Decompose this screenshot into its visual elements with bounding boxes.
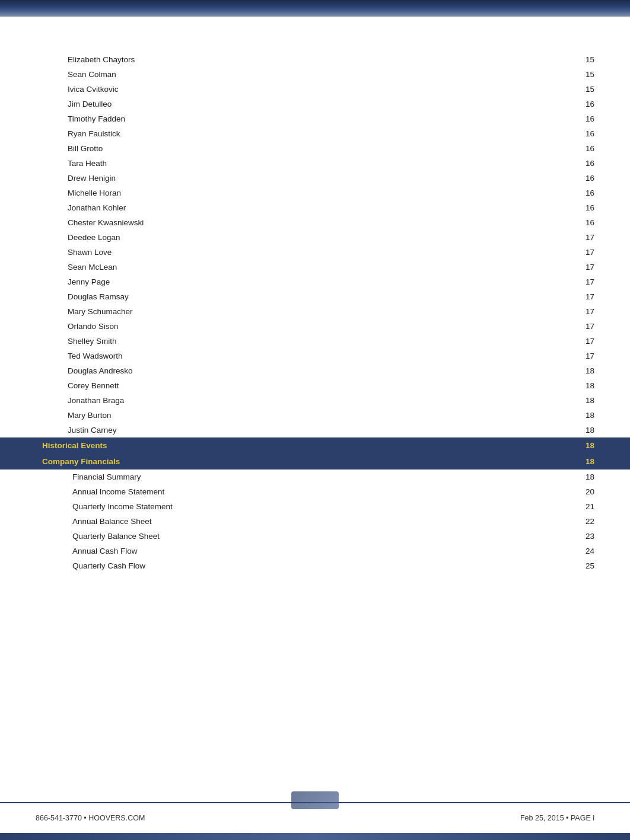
- toc-item[interactable]: Corey Bennett 18: [0, 378, 630, 393]
- toc-item[interactable]: Ryan Faulstick 16: [0, 126, 630, 141]
- toc-item-page: 17: [577, 337, 594, 346]
- historical-events-section[interactable]: Historical Events 18: [0, 437, 630, 453]
- toc-sub-item-page: 23: [577, 532, 594, 541]
- toc-item[interactable]: Sean McLean 17: [0, 260, 630, 274]
- toc-item-page: 17: [577, 322, 594, 331]
- toc-item[interactable]: Tara Heath 16: [0, 156, 630, 171]
- toc-item-page: 15: [577, 55, 594, 64]
- toc-sub-item-name: Quarterly Cash Flow: [72, 561, 577, 570]
- toc-item-page: 16: [577, 129, 594, 138]
- footer-date-page: Feb 25, 2015 • PAGE i: [520, 814, 594, 822]
- toc-item[interactable]: Mary Schumacher 17: [0, 304, 630, 319]
- toc-item[interactable]: Michelle Horan 16: [0, 186, 630, 200]
- toc-item-page: 18: [577, 411, 594, 420]
- toc-item[interactable]: Sean Colman 15: [0, 67, 630, 82]
- toc-item-name: Bill Grotto: [68, 144, 577, 153]
- toc-item-name: Sean Colman: [68, 70, 577, 79]
- toc-item[interactable]: Timothy Fadden 16: [0, 111, 630, 126]
- top-bar: [0, 0, 630, 17]
- sub-toc-list: Financial Summary 18 Annual Income State…: [0, 469, 630, 573]
- toc-item-name: Chester Kwasniewski: [68, 218, 577, 227]
- toc-item-name: Michelle Horan: [68, 189, 577, 197]
- toc-item-name: Douglas Andresko: [68, 366, 577, 375]
- toc-item[interactable]: Jonathan Kohler 16: [0, 200, 630, 215]
- toc-item-page: 16: [577, 203, 594, 212]
- toc-item-page: 17: [577, 263, 594, 272]
- footer: 866-541-3770 • HOOVERS.COM Feb 25, 2015 …: [0, 802, 630, 833]
- toc-item-name: Deedee Logan: [68, 233, 577, 242]
- toc-list: Elizabeth Chaytors 15 Sean Colman 15 Ivi…: [0, 52, 630, 437]
- toc-item-page: 15: [577, 85, 594, 94]
- toc-item-name: Justin Carney: [68, 426, 577, 435]
- toc-sub-item-page: 22: [577, 517, 594, 526]
- toc-item-page: 17: [577, 277, 594, 286]
- hoovers-logo: [291, 791, 339, 809]
- toc-sub-item-name: Annual Balance Sheet: [72, 517, 577, 526]
- toc-sub-item-name: Financial Summary: [72, 472, 577, 481]
- toc-item[interactable]: Deedee Logan 17: [0, 230, 630, 245]
- toc-item-name: Jenny Page: [68, 277, 577, 286]
- section-header-name: Historical Events: [42, 441, 577, 450]
- toc-sub-item[interactable]: Quarterly Cash Flow 25: [0, 558, 630, 573]
- toc-item[interactable]: Jim Detulleo 16: [0, 97, 630, 111]
- toc-item-page: 16: [577, 159, 594, 168]
- toc-sub-item[interactable]: Quarterly Balance Sheet 23: [0, 529, 630, 544]
- toc-item[interactable]: Drew Henigin 16: [0, 171, 630, 186]
- toc-item-page: 17: [577, 307, 594, 316]
- toc-item-name: Mary Schumacher: [68, 307, 577, 316]
- toc-sub-item[interactable]: Annual Income Statement 20: [0, 484, 630, 499]
- section-header-page: 18: [577, 441, 594, 450]
- toc-item[interactable]: Justin Carney 18: [0, 423, 630, 437]
- toc-item[interactable]: Douglas Ramsay 17: [0, 289, 630, 304]
- toc-item-name: Elizabeth Chaytors: [68, 55, 577, 64]
- toc-item[interactable]: Mary Burton 18: [0, 408, 630, 423]
- toc-sub-item[interactable]: Financial Summary 18: [0, 469, 630, 484]
- toc-item[interactable]: Elizabeth Chaytors 15: [0, 52, 630, 67]
- toc-item-name: Jonathan Kohler: [68, 203, 577, 212]
- toc-item-name: Drew Henigin: [68, 174, 577, 183]
- toc-item-page: 16: [577, 174, 594, 183]
- toc-sub-item-page: 21: [577, 502, 594, 511]
- toc-item-name: Shawn Love: [68, 248, 577, 257]
- toc-item[interactable]: Shelley Smith 17: [0, 334, 630, 349]
- toc-sub-item-page: 18: [577, 472, 594, 481]
- toc-item-page: 15: [577, 70, 594, 79]
- company-financials-section[interactable]: Company Financials 18: [0, 453, 630, 469]
- toc-sub-item-name: Quarterly Income Statement: [72, 502, 577, 511]
- toc-item-page: 18: [577, 426, 594, 435]
- toc-item-page: 16: [577, 100, 594, 108]
- toc-item[interactable]: Jonathan Braga 18: [0, 393, 630, 408]
- toc-item-name: Ivica Cvitkovic: [68, 85, 577, 94]
- toc-item[interactable]: Ted Wadsworth 17: [0, 349, 630, 363]
- toc-item-page: 16: [577, 189, 594, 197]
- toc-item-page: 18: [577, 396, 594, 405]
- toc-item[interactable]: Shawn Love 17: [0, 245, 630, 260]
- footer-contact: 866-541-3770 • HOOVERS.COM: [36, 814, 145, 822]
- bottom-bar: [0, 833, 630, 840]
- toc-item[interactable]: Jenny Page 17: [0, 274, 630, 289]
- toc-item[interactable]: Chester Kwasniewski 16: [0, 215, 630, 230]
- footer-logo-area: [291, 791, 339, 809]
- toc-sub-item-name: Quarterly Balance Sheet: [72, 532, 577, 541]
- toc-item-page: 16: [577, 144, 594, 153]
- toc-item[interactable]: Douglas Andresko 18: [0, 363, 630, 378]
- toc-sub-item[interactable]: Annual Balance Sheet 22: [0, 514, 630, 529]
- toc-item-page: 16: [577, 114, 594, 123]
- toc-item[interactable]: Ivica Cvitkovic 15: [0, 82, 630, 97]
- toc-item-name: Shelley Smith: [68, 337, 577, 346]
- toc-item-name: Ryan Faulstick: [68, 129, 577, 138]
- toc-item-page: 18: [577, 381, 594, 390]
- toc-item-page: 17: [577, 248, 594, 257]
- toc-sub-item-name: Annual Income Statement: [72, 487, 577, 496]
- toc-item[interactable]: Orlando Sison 17: [0, 319, 630, 334]
- toc-item-name: Tara Heath: [68, 159, 577, 168]
- content-area: Elizabeth Chaytors 15 Sean Colman 15 Ivi…: [0, 17, 630, 802]
- toc-item[interactable]: Bill Grotto 16: [0, 141, 630, 156]
- toc-item-name: Douglas Ramsay: [68, 292, 577, 301]
- spacer: [0, 573, 630, 621]
- toc-sub-item[interactable]: Annual Cash Flow 24: [0, 544, 630, 558]
- toc-sub-item-page: 24: [577, 547, 594, 555]
- toc-item-name: Ted Wadsworth: [68, 352, 577, 360]
- toc-item-name: Corey Bennett: [68, 381, 577, 390]
- toc-sub-item[interactable]: Quarterly Income Statement 21: [0, 499, 630, 514]
